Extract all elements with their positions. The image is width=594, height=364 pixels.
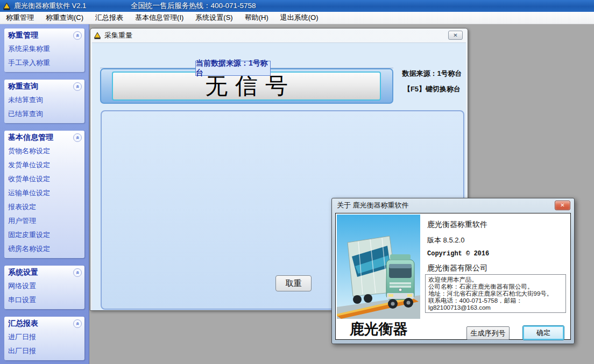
menu-summary-report[interactable]: 汇总报表 <box>89 11 129 24</box>
sidebar-item-fixed-tare-setting[interactable]: 固定皮重设定 <box>4 228 84 242</box>
about-dialog-title: 关于 鹿光衡器称重软件 <box>337 201 409 210</box>
source-info-line1: 数据来源：1号称台 <box>400 69 464 78</box>
app-title: 鹿光衡器称重软件 V2.1 <box>14 1 86 11</box>
collapse-chevron-icon[interactable]: « <box>73 82 82 91</box>
about-dialog-titlebar[interactable]: 关于 鹿光衡器称重软件 ✕ <box>332 198 574 212</box>
sidebar-item-serial-port-settings[interactable]: 串口设置 <box>4 293 84 307</box>
about-info-line: lg82100713@163.com <box>428 304 563 311</box>
hotline-text: 全国统一售后服务热线：400-071-5758 <box>131 1 256 11</box>
sidebar-section-header[interactable]: 系统设置 « <box>4 266 84 279</box>
weigh-window-titlebar[interactable]: 采集重量 ✕ <box>90 28 468 42</box>
menu-system-settings[interactable]: 系统设置(S) <box>189 11 238 24</box>
about-product-name: 鹿光衡器称重软件 <box>427 220 487 230</box>
about-company: 鹿光衡器有限公司 <box>427 263 487 273</box>
sidebar-section-summary-report: 汇总报表 « 进厂日报 出厂日报 <box>4 317 84 360</box>
sidebar-item-goods-name-setting[interactable]: 货物名称设定 <box>4 144 84 158</box>
about-dialog: 关于 鹿光衡器称重软件 ✕ <box>331 198 575 344</box>
sidebar: 称重管理 « 系统采集称重 手工录入称重 称重查询 « 未结算查询 已结算查询 … <box>0 24 89 364</box>
sidebar-section-header[interactable]: 称重查询 « <box>4 80 84 93</box>
sidebar-section-title: 系统设置 <box>8 268 38 277</box>
sidebar-section-weigh-manage: 称重管理 « 系统采集称重 手工录入称重 <box>4 28 84 72</box>
app-root: 鹿光衡器称重软件 V2.1 全国统一售后服务热线：400-071-5758 称重… <box>0 0 594 364</box>
menu-weigh-query[interactable]: 称重查询(C) <box>40 11 89 24</box>
menu-weigh-manage[interactable]: 称重管理 <box>0 11 40 24</box>
sidebar-item-system-collect-weigh[interactable]: 系统采集称重 <box>4 42 84 56</box>
generate-serial-button[interactable]: 生成序列号 <box>466 326 510 340</box>
sidebar-section-title: 称重管理 <box>8 31 38 40</box>
app-logo-icon <box>3 2 11 10</box>
sidebar-item-outbound-daily-report[interactable]: 出厂日报 <box>4 344 84 358</box>
about-info-line: 地址：河北省石家庄鹿泉区石柏北大街99号。 <box>428 290 563 297</box>
sidebar-item-manual-entry-weigh[interactable]: 手工录入称重 <box>4 56 84 70</box>
sidebar-item-receiver-setting[interactable]: 收货单位设定 <box>4 172 84 186</box>
about-version: 版本 8.5.2.0 <box>427 235 464 245</box>
sidebar-item-network-settings[interactable]: 网络设置 <box>4 279 84 293</box>
truck-photo: 鹿光衡器 <box>337 215 420 339</box>
window-close-button[interactable]: ✕ <box>448 31 463 40</box>
collapse-chevron-icon[interactable]: « <box>73 319 82 328</box>
menu-help[interactable]: 帮助(H) <box>239 11 274 24</box>
collapse-chevron-icon[interactable]: « <box>73 268 82 277</box>
take-weight-button[interactable]: 取重 <box>275 275 312 291</box>
sidebar-item-transport-setting[interactable]: 运输单位设定 <box>4 186 84 200</box>
title-bar: 鹿光衡器称重软件 V2.1 全国统一售后服务热线：400-071-5758 <box>0 0 594 12</box>
data-source-banner: 当前数据来源：1号称台 <box>195 61 271 76</box>
menu-bar: 称重管理 称重查询(C) 汇总报表 基本信息管理(I) 系统设置(S) 帮助(H… <box>0 12 594 24</box>
sidebar-section-basic-info: 基本信息管理 « 货物名称设定 发货单位设定 收货单位设定 运输单位设定 报表设… <box>4 131 84 258</box>
dialog-close-button[interactable]: ✕ <box>555 201 570 210</box>
sidebar-section-header[interactable]: 称重管理 « <box>4 28 84 42</box>
sidebar-item-user-management[interactable]: 用户管理 <box>4 214 84 228</box>
about-info-line: 欢迎使用本产品。 <box>428 276 563 283</box>
sidebar-item-unsettled-query[interactable]: 未结算查询 <box>4 93 84 107</box>
about-copyright: Copyright © 2016 <box>427 250 489 258</box>
truck-caption: 鹿光衡器 <box>337 319 420 339</box>
sidebar-item-scale-house-setting[interactable]: 磅房名称设定 <box>4 242 84 256</box>
sidebar-item-shipper-setting[interactable]: 发货单位设定 <box>4 158 84 172</box>
sidebar-item-inbound-daily-report[interactable]: 进厂日报 <box>4 330 84 344</box>
ok-button[interactable]: 确定 <box>522 325 564 340</box>
sidebar-section-system-settings: 系统设置 « 网络设置 串口设置 <box>4 266 84 309</box>
menu-exit[interactable]: 退出系统(O) <box>274 11 324 24</box>
about-info-line: 联系电话：400-071-5758，邮箱： <box>428 297 563 304</box>
sidebar-section-title: 基本信息管理 <box>8 133 53 142</box>
sidebar-item-settled-query[interactable]: 已结算查询 <box>4 107 84 121</box>
about-info-line: 公司名称：石家庄鹿光衡器有限公司。 <box>428 283 563 290</box>
collapse-chevron-icon[interactable]: « <box>73 133 82 142</box>
about-dialog-body: 鹿光衡器 鹿光衡器称重软件 版本 8.5.2.0 Copyright © 201… <box>335 213 571 340</box>
source-info-line2: 【F5】键切换称台 <box>398 84 466 94</box>
sidebar-section-header[interactable]: 汇总报表 « <box>4 317 84 330</box>
about-info-box: 欢迎使用本产品。 公司名称：石家庄鹿光衡器有限公司。 地址：河北省石家庄鹿泉区石… <box>425 274 566 313</box>
menu-basic-info[interactable]: 基本信息管理(I) <box>129 11 189 24</box>
collapse-chevron-icon[interactable]: « <box>73 31 82 40</box>
sidebar-section-title: 称重查询 <box>8 82 38 91</box>
sidebar-section-weigh-query: 称重查询 « 未结算查询 已结算查询 <box>4 80 84 123</box>
sidebar-item-report-setting[interactable]: 报表设定 <box>4 200 84 214</box>
window-logo-icon <box>94 32 101 39</box>
weigh-window-title: 采集重量 <box>104 31 132 40</box>
sidebar-section-header[interactable]: 基本信息管理 « <box>4 131 84 144</box>
sidebar-section-title: 汇总报表 <box>8 319 38 329</box>
